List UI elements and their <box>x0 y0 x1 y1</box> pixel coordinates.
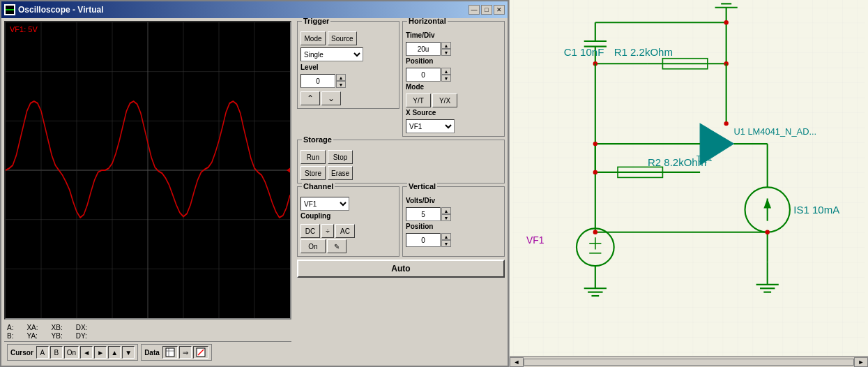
scroll-right-button[interactable]: ► <box>854 357 868 367</box>
data-label: Data <box>144 349 160 357</box>
run-button[interactable]: Run <box>300 150 326 164</box>
cursor-left-button[interactable]: ◄ <box>80 346 93 359</box>
coupling-row: DC ÷ AC <box>300 224 396 238</box>
h-position-group: Position ▲ ▼ <box>406 57 501 82</box>
meas-a-label: A: <box>7 324 13 331</box>
cursor-section: Cursor A B On ◄ ► ▲ ▼ <box>7 344 138 361</box>
channel-probe-button[interactable]: ✎ <box>327 239 347 253</box>
erase-button[interactable]: Erase <box>328 166 353 180</box>
v-position-input[interactable] <box>406 233 441 247</box>
volts-div-group: Volts/Div ▲ ▼ <box>406 197 501 221</box>
scope-screen: VF1: 5V <box>4 21 291 320</box>
mode-yx-button[interactable]: Y/X <box>432 93 457 107</box>
h-mode-group: Mode Y/T Y/X <box>406 83 501 107</box>
cursor-right-button[interactable]: ► <box>94 346 107 359</box>
title-bar-left: Oscilloscope - Virtual <box>4 4 103 15</box>
meas-A: A: <box>7 324 15 331</box>
x-source-group: X Source VF1 <box>406 109 501 133</box>
data-table-button[interactable] <box>162 346 178 359</box>
minimize-button[interactable]: — <box>469 5 480 15</box>
mode-yt-button[interactable]: Y/T <box>406 93 431 107</box>
h-position-spin: ▲ ▼ <box>441 68 451 82</box>
storage-row2: Store Erase <box>300 166 501 180</box>
data-chart-button[interactable] <box>193 346 208 359</box>
scroll-left-button[interactable]: ◄ <box>510 357 524 367</box>
cursor-b-button[interactable]: B <box>50 346 63 359</box>
horizontal-group: Horizontal Time/Div ▲ ▼ <box>402 21 505 137</box>
level-icons: ⌃ ⌄ <box>300 91 396 105</box>
trigger-falling-button[interactable]: ⌄ <box>321 91 341 105</box>
channel-on-button[interactable]: On <box>300 239 326 253</box>
v-position-down[interactable]: ▼ <box>441 240 451 247</box>
trigger-rising-button[interactable]: ⌃ <box>300 91 320 105</box>
volts-div-input-group: ▲ ▼ <box>406 207 501 221</box>
v-position-input-group: ▲ ▼ <box>406 233 501 247</box>
cursor-on-button[interactable]: On <box>64 346 79 359</box>
cursor-down-button[interactable]: ▼ <box>122 346 135 359</box>
horizontal-group-label: Horizontal <box>407 18 448 25</box>
meas-yb-label: YB: <box>52 332 63 340</box>
divider-button[interactable]: ÷ <box>321 224 334 238</box>
main-content: VF1: 5V <box>1 18 508 366</box>
time-div-up[interactable]: ▲ <box>441 42 451 49</box>
bottom-scrollbar[interactable]: ◄ ► <box>510 356 868 367</box>
trigger-level-down[interactable]: ▼ <box>336 81 346 88</box>
meas-xa: XA: <box>26 324 40 331</box>
coupling-group: Coupling DC ÷ AC <box>300 212 396 238</box>
close-button[interactable]: ✕ <box>494 5 505 15</box>
scope-icon <box>4 4 15 15</box>
meas-dy: DY: <box>76 332 90 340</box>
meas-B: B: <box>7 332 15 340</box>
v-position-up[interactable]: ▲ <box>441 233 451 240</box>
time-div-down[interactable]: ▼ <box>441 49 451 56</box>
meas-b-label: B: <box>7 332 13 340</box>
h-position-up[interactable]: ▲ <box>441 68 451 75</box>
time-div-input[interactable] <box>406 42 441 56</box>
vertical-group: Vertical Volts/Div ▲ ▼ <box>402 186 505 257</box>
auto-button[interactable]: Auto <box>297 260 505 278</box>
cursor-up-button[interactable]: ▲ <box>108 346 121 359</box>
volts-div-input[interactable] <box>406 207 441 221</box>
trigger-level-up[interactable]: ▲ <box>336 74 346 81</box>
h-position-input-group: ▲ ▼ <box>406 68 501 82</box>
svg-point-41 <box>593 142 597 146</box>
scroll-track[interactable] <box>524 359 854 366</box>
channel-on-row: On ✎ <box>300 239 396 253</box>
volts-div-down[interactable]: ▼ <box>441 214 451 221</box>
dc-button[interactable]: DC <box>300 224 320 238</box>
x-source-label: X Source <box>406 109 501 117</box>
waveform-display <box>6 22 290 318</box>
store-button[interactable]: Store <box>300 166 326 180</box>
v-position-group: Position ▲ ▼ <box>406 223 501 247</box>
r1-label: R1 2.2kOhm <box>614 47 673 59</box>
stop-button[interactable]: Stop <box>328 150 353 164</box>
meas-xa-label: XA: <box>26 324 38 331</box>
trigger-type-select[interactable]: Single <box>300 47 363 61</box>
channel-group-label: Channel <box>302 182 335 190</box>
data-export-button[interactable]: ⇒ <box>179 346 192 359</box>
channel-select[interactable]: VF1 <box>300 197 349 211</box>
time-div-input-group: ▲ ▼ <box>406 42 501 56</box>
trigger-level-label: Level <box>300 63 396 71</box>
trigger-mode-button[interactable]: Mode <box>300 31 326 45</box>
ac-button[interactable]: AC <box>335 224 355 238</box>
storage-group: Storage Run Stop Store Erase <box>297 140 505 184</box>
volts-div-up[interactable]: ▲ <box>441 207 451 214</box>
trigger-source-button[interactable]: Source <box>328 31 357 45</box>
trigger-level-input[interactable] <box>300 74 335 88</box>
maximize-button[interactable]: □ <box>481 5 492 15</box>
channel-section: VF1 Coupling DC ÷ AC On <box>300 197 396 253</box>
trigger-section: Mode Source Single Level <box>300 31 396 105</box>
meas-dx: DX: <box>76 324 90 331</box>
circuit-diagram: C1 10nF R1 2.2kOhm U1 LM4041_N_AD... TQ1… <box>510 0 868 367</box>
cursor-a-button[interactable]: A <box>36 346 49 359</box>
svg-point-40 <box>593 170 597 174</box>
x-source-select[interactable]: VF1 <box>406 119 455 133</box>
h-position-down[interactable]: ▼ <box>441 75 451 82</box>
trigger-group: Trigger Mode Source Single Level <box>297 21 399 109</box>
c1-label: C1 10nF <box>564 47 604 59</box>
title-bar: Oscilloscope - Virtual — □ ✕ <box>1 1 508 18</box>
cursor-label: Cursor <box>10 349 33 357</box>
h-position-input[interactable] <box>406 68 441 82</box>
cursor-data-bar: Cursor A B On ◄ ► ▲ ▼ Data ⇒ <box>4 341 291 363</box>
